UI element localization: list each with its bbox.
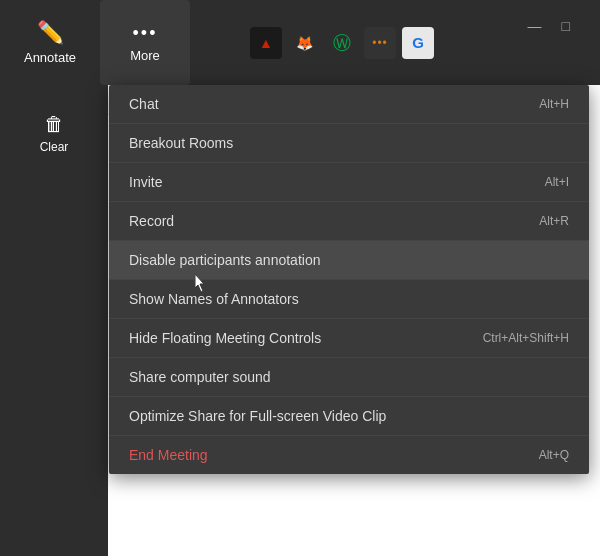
menu-chat-label: Chat <box>129 96 539 112</box>
more-dots-icon: ••• <box>133 23 158 44</box>
left-sidebar: 🗑 Clear <box>0 85 108 556</box>
extension-icon-5[interactable]: G <box>402 27 434 59</box>
extension-icon-1[interactable]: ▲ <box>250 27 282 59</box>
menu-item-optimize-share[interactable]: Optimize Share for Full-screen Video Cli… <box>109 397 589 436</box>
annotate-label: Annotate <box>24 50 76 65</box>
menu-breakout-label: Breakout Rooms <box>129 135 569 151</box>
menu-record-shortcut: Alt+R <box>539 214 569 228</box>
clear-label: Clear <box>40 140 69 154</box>
menu-hide-controls-label: Hide Floating Meeting Controls <box>129 330 483 346</box>
browser-extensions: ▲ 🦊 Ⓦ ••• G <box>250 27 434 59</box>
trash-icon: 🗑 <box>44 113 64 136</box>
top-toolbar: ✏️ Annotate ••• More ▲ 🦊 Ⓦ ••• G — □ <box>0 0 600 85</box>
menu-item-show-names[interactable]: Show Names of Annotators <box>109 280 589 319</box>
menu-end-meeting-label: End Meeting <box>129 447 539 463</box>
menu-end-meeting-shortcut: Alt+Q <box>539 448 569 462</box>
menu-invite-label: Invite <box>129 174 545 190</box>
pencil-icon: ✏️ <box>37 20 64 46</box>
menu-item-record[interactable]: Record Alt+R <box>109 202 589 241</box>
extension-icon-3[interactable]: Ⓦ <box>326 27 358 59</box>
minimize-button[interactable]: — <box>528 18 542 34</box>
menu-record-label: Record <box>129 213 539 229</box>
clear-button[interactable]: 🗑 Clear <box>28 105 81 162</box>
menu-show-names-label: Show Names of Annotators <box>129 291 569 307</box>
menu-item-breakout-rooms[interactable]: Breakout Rooms <box>109 124 589 163</box>
extension-icon-4[interactable]: ••• <box>364 27 396 59</box>
more-label: More <box>130 48 160 63</box>
menu-item-chat[interactable]: Chat Alt+H <box>109 85 589 124</box>
menu-item-share-sound[interactable]: Share computer sound <box>109 358 589 397</box>
menu-hide-controls-shortcut: Ctrl+Alt+Shift+H <box>483 331 569 345</box>
menu-optimize-share-label: Optimize Share for Full-screen Video Cli… <box>129 408 569 424</box>
menu-invite-shortcut: Alt+I <box>545 175 569 189</box>
menu-disable-annotation-label: Disable participants annotation <box>129 252 569 268</box>
menu-item-end-meeting[interactable]: End Meeting Alt+Q <box>109 436 589 474</box>
maximize-button[interactable]: □ <box>562 18 570 34</box>
menu-item-disable-annotation[interactable]: Disable participants annotation <box>109 241 589 280</box>
annotate-button[interactable]: ✏️ Annotate <box>0 0 100 85</box>
window-controls: — □ <box>528 18 570 34</box>
more-dropdown-menu: Chat Alt+H Breakout Rooms Invite Alt+I R… <box>109 85 589 474</box>
menu-item-hide-controls[interactable]: Hide Floating Meeting Controls Ctrl+Alt+… <box>109 319 589 358</box>
extension-icon-2[interactable]: 🦊 <box>288 27 320 59</box>
menu-share-sound-label: Share computer sound <box>129 369 569 385</box>
menu-chat-shortcut: Alt+H <box>539 97 569 111</box>
more-button[interactable]: ••• More <box>100 0 190 85</box>
menu-item-invite[interactable]: Invite Alt+I <box>109 163 589 202</box>
